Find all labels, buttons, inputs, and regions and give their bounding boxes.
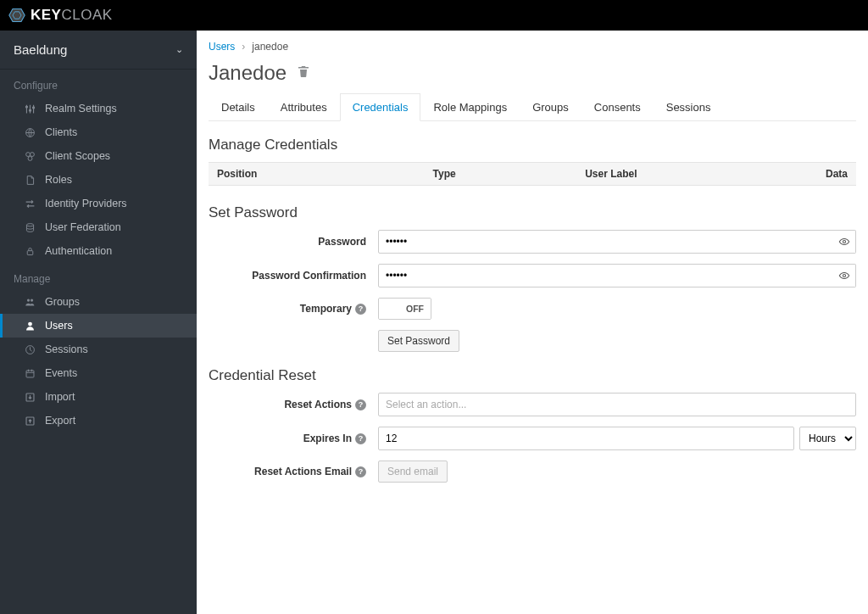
- sidebar-item-user-federation[interactable]: User Federation: [0, 215, 197, 239]
- export-icon: [23, 414, 36, 427]
- svg-point-11: [26, 299, 29, 301]
- row-reset-actions: Reset Actions ? Select an action...: [209, 393, 856, 416]
- realm-selector[interactable]: Baeldung ⌄: [0, 31, 197, 70]
- sidebar-item-sessions[interactable]: Sessions: [0, 338, 197, 361]
- tabs: Details Attributes Credentials Role Mapp…: [209, 93, 856, 121]
- svg-point-18: [843, 240, 845, 243]
- row-temporary: Temporary ? OFF: [209, 298, 856, 320]
- section-set-password: Set Password: [209, 204, 856, 221]
- content: Users › janedoe Janedoe Details Attribut…: [197, 31, 868, 614]
- sidebar-item-label: Realm Settings: [45, 103, 117, 114]
- svg-rect-15: [26, 370, 34, 377]
- realm-name: Baeldung: [14, 42, 67, 57]
- help-icon[interactable]: ?: [355, 433, 366, 444]
- sidebar-item-label: User Federation: [45, 221, 121, 233]
- svg-point-13: [28, 321, 32, 326]
- temporary-toggle[interactable]: OFF: [378, 298, 431, 320]
- sidebar-item-clients[interactable]: Clients: [0, 120, 197, 144]
- tab-role-mappings[interactable]: Role Mappings: [420, 93, 520, 121]
- sidebar-item-label: Clients: [45, 126, 77, 138]
- row-password-confirm: Password Confirmation: [209, 264, 856, 287]
- sliders-icon: [23, 102, 36, 115]
- sidebar-item-authentication[interactable]: Authentication: [0, 239, 197, 263]
- keycloak-logo-icon: [8, 7, 25, 24]
- brand-logo[interactable]: KEYCLOAK: [8, 7, 113, 24]
- tab-attributes[interactable]: Attributes: [268, 93, 340, 121]
- sidebar-item-label: Import: [45, 391, 75, 403]
- import-icon: [23, 390, 36, 404]
- calendar-icon: [23, 366, 36, 380]
- svg-point-3: [29, 109, 31, 111]
- section-credential-reset: Credential Reset: [209, 367, 856, 384]
- page-title: Janedoe: [209, 61, 856, 85]
- scopes-icon: [23, 149, 36, 163]
- topbar: KEYCLOAK: [0, 0, 868, 31]
- sidebar-item-import[interactable]: Import: [0, 385, 197, 409]
- tab-consents[interactable]: Consents: [581, 93, 654, 121]
- expires-unit-select[interactable]: Hours: [799, 427, 856, 450]
- sidebar-item-client-scopes[interactable]: Client Scopes: [0, 144, 197, 168]
- password-input[interactable]: [378, 230, 834, 254]
- tab-sessions[interactable]: Sessions: [654, 93, 724, 121]
- tab-details[interactable]: Details: [209, 93, 268, 121]
- sidebar-item-groups[interactable]: Groups: [0, 290, 197, 314]
- exchange-icon: [23, 197, 36, 210]
- svg-point-19: [843, 274, 845, 276]
- sidebar-item-identity-providers[interactable]: Identity Providers: [0, 192, 197, 215]
- clock-icon: [23, 343, 36, 356]
- sidebar-item-realm-settings[interactable]: Realm Settings: [0, 97, 197, 120]
- svg-point-8: [28, 156, 32, 160]
- sidebar-item-label: Export: [45, 415, 75, 427]
- sidebar-item-roles[interactable]: Roles: [0, 168, 197, 192]
- sidebar-item-label: Groups: [45, 296, 80, 308]
- sidebar-item-label: Authentication: [45, 245, 112, 257]
- user-icon: [23, 319, 36, 332]
- sidebar-section-manage: Manage: [0, 263, 197, 290]
- send-email-button[interactable]: Send email: [378, 460, 448, 483]
- expires-value-input[interactable]: [378, 427, 794, 450]
- col-position: Position: [209, 163, 425, 186]
- sidebar-item-label: Client Scopes: [45, 150, 110, 162]
- section-manage-credentials: Manage Credentials: [209, 137, 856, 154]
- sidebar-item-users[interactable]: Users: [0, 314, 197, 338]
- tab-groups[interactable]: Groups: [520, 93, 581, 121]
- col-user-label: User Label: [576, 163, 817, 186]
- svg-point-2: [25, 106, 27, 108]
- breadcrumb: Users › janedoe: [209, 41, 856, 53]
- row-expires: Expires In ? Hours: [209, 427, 856, 450]
- label-password: Password: [209, 236, 378, 248]
- sidebar-section-configure: Configure: [0, 70, 197, 97]
- label-password-confirm: Password Confirmation: [209, 270, 378, 282]
- reset-actions-select[interactable]: Select an action...: [378, 393, 856, 416]
- reset-actions-placeholder: Select an action...: [386, 399, 466, 410]
- help-icon[interactable]: ?: [355, 466, 366, 477]
- row-set-password-btn: Set Password: [209, 330, 856, 352]
- lock-icon: [23, 244, 36, 258]
- svg-point-4: [32, 106, 34, 108]
- sidebar-item-label: Users: [45, 320, 73, 332]
- tab-credentials[interactable]: Credentials: [340, 93, 421, 121]
- eye-icon[interactable]: [832, 264, 856, 287]
- col-data: Data: [817, 163, 856, 186]
- row-password: Password: [209, 230, 856, 254]
- file-icon: [23, 173, 36, 187]
- globe-icon: [23, 126, 36, 139]
- users-icon: [23, 295, 36, 309]
- breadcrumb-users-link[interactable]: Users: [209, 41, 235, 53]
- trash-icon[interactable]: [297, 64, 310, 81]
- svg-point-7: [30, 152, 34, 156]
- help-icon[interactable]: ?: [355, 304, 366, 315]
- help-icon[interactable]: ?: [355, 399, 366, 410]
- credentials-table: Position Type User Label Data: [209, 162, 856, 186]
- eye-icon[interactable]: [832, 230, 856, 254]
- sidebar-item-export[interactable]: Export: [0, 409, 197, 433]
- row-reset-email: Reset Actions Email ? Send email: [209, 460, 856, 483]
- brand-text: KEYCLOAK: [31, 7, 113, 24]
- svg-rect-10: [27, 250, 33, 254]
- sidebar-item-events[interactable]: Events: [0, 361, 197, 385]
- set-password-button[interactable]: Set Password: [378, 330, 459, 352]
- label-reset-email: Reset Actions Email ?: [209, 466, 378, 477]
- breadcrumb-current: janedoe: [252, 41, 288, 53]
- page-title-text: Janedoe: [209, 61, 287, 85]
- password-confirm-input[interactable]: [378, 264, 834, 287]
